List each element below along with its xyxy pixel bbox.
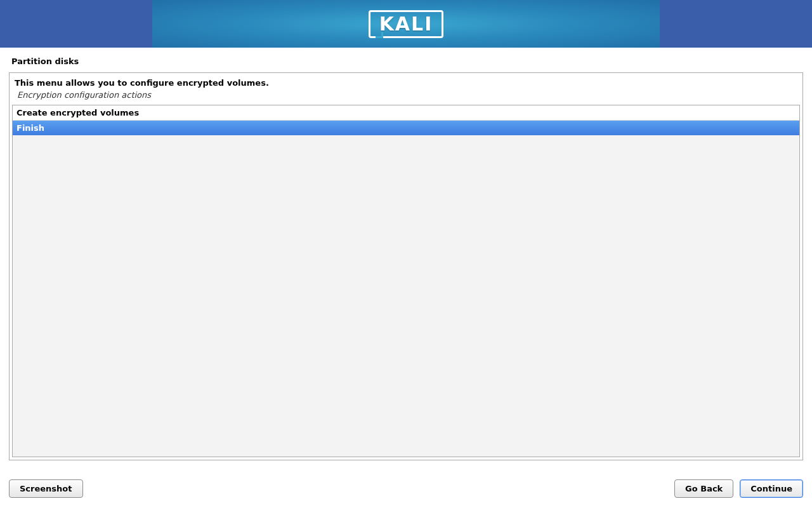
action-bar: Screenshot Go Back Continue bbox=[0, 473, 812, 508]
panel-intro-text: This menu allows you to configure encryp… bbox=[10, 73, 802, 90]
list-item-label: Create encrypted volumes bbox=[16, 108, 139, 117]
list-item-create-encrypted-volumes[interactable]: Create encrypted volumes bbox=[13, 105, 799, 121]
header-banner-center: KALI bbox=[152, 0, 660, 48]
brand-text: KALI bbox=[379, 13, 433, 35]
listbox-empty-area bbox=[13, 135, 799, 457]
kali-logo-icon: KALI bbox=[369, 10, 444, 38]
encryption-actions-listbox[interactable]: Create encrypted volumes Finish bbox=[12, 105, 800, 457]
main-panel: This menu allows you to configure encryp… bbox=[9, 72, 803, 460]
header-banner: KALI bbox=[0, 0, 812, 48]
screenshot-button[interactable]: Screenshot bbox=[9, 479, 83, 498]
go-back-button[interactable]: Go Back bbox=[674, 479, 733, 498]
page-title: Partition disks bbox=[0, 48, 812, 72]
panel-subheading: Encryption configuration actions bbox=[10, 90, 802, 105]
list-item-label: Finish bbox=[16, 123, 44, 133]
list-item-finish[interactable]: Finish bbox=[13, 121, 799, 135]
continue-button[interactable]: Continue bbox=[740, 479, 803, 498]
